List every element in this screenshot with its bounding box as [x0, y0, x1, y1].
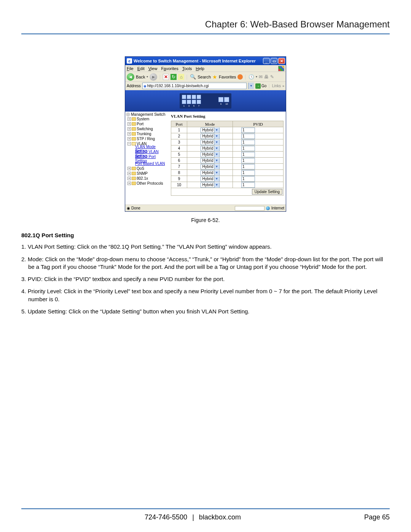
- menu-view[interactable]: View: [148, 66, 158, 71]
- back-button[interactable]: ◄: [127, 73, 134, 81]
- chapter-rule: [21, 34, 390, 34]
- pvid-input[interactable]: 1: [241, 182, 255, 188]
- windows-flag-icon: [278, 66, 284, 71]
- menubar: File Edit View Favorites Tools Help: [125, 65, 286, 72]
- table-row: 3Hybrid▼1: [171, 139, 284, 145]
- statusbar: ◉ Done Internet: [125, 204, 286, 211]
- links-label[interactable]: Links: [272, 84, 281, 88]
- mode-dropdown[interactable]: Hybrid▼: [201, 164, 220, 169]
- address-dropdown-icon[interactable]: ▼: [248, 83, 254, 89]
- menu-edit[interactable]: Edit: [137, 66, 145, 71]
- menu-help[interactable]: Help: [196, 66, 204, 71]
- back-label[interactable]: Back: [136, 75, 145, 79]
- plus-icon[interactable]: +: [127, 177, 131, 180]
- plus-icon[interactable]: +: [127, 182, 131, 185]
- maximize-button[interactable]: ▭: [271, 58, 277, 64]
- tree-link-port-based-vlan[interactable]: Port Based VLAN: [126, 161, 167, 166]
- pvid-input[interactable]: 1: [241, 176, 255, 182]
- tree-item-802-1x[interactable]: +802.1x: [126, 176, 167, 181]
- forward-button[interactable]: ►: [150, 73, 157, 81]
- pvid-input[interactable]: 1: [241, 170, 255, 176]
- cell-port: 6: [171, 158, 187, 164]
- pvid-input[interactable]: 1: [241, 164, 255, 169]
- table-row: 2Hybrid▼1: [171, 133, 284, 139]
- chevron-down-icon: ▼: [214, 158, 219, 163]
- print-icon[interactable]: 🖶: [264, 74, 269, 80]
- home-button[interactable]: ⌂: [178, 74, 184, 80]
- section-heading: 802.1Q Port Setting: [21, 232, 390, 239]
- mode-dropdown[interactable]: Hybrid▼: [201, 158, 220, 163]
- mode-dropdown[interactable]: Hybrid▼: [201, 146, 220, 151]
- plus-icon[interactable]: +: [127, 117, 131, 121]
- cell-mode: Hybrid▼: [187, 133, 233, 139]
- cell-pvid: 1: [233, 127, 283, 133]
- doc-body: 802.1Q Port Setting 1. VLAN Port Setting…: [21, 232, 390, 315]
- cell-port: 7: [171, 164, 187, 170]
- tree-item-snmp[interactable]: +SNMP: [126, 171, 167, 176]
- footer-phone: 724-746-5500: [145, 513, 187, 521]
- tree-item-trunking[interactable]: +Trunking: [126, 131, 167, 136]
- cell-port: 9: [171, 176, 187, 182]
- pvid-input[interactable]: 1: [241, 134, 255, 139]
- refresh-button[interactable]: ↻: [170, 74, 177, 80]
- plus-icon[interactable]: +: [127, 167, 131, 170]
- done-icon: ◉: [127, 206, 130, 210]
- cell-mode: Hybrid▼: [187, 182, 233, 188]
- tree-item-switching[interactable]: +Switching: [126, 126, 167, 131]
- mode-dropdown[interactable]: Hybrid▼: [201, 182, 220, 188]
- step-3: 3. PVID: Click in the “PVID” textbox and…: [21, 275, 390, 283]
- links-chevron-icon[interactable]: »: [282, 84, 284, 88]
- zone-label: Internet: [271, 206, 284, 210]
- table-row: 7Hybrid▼1: [171, 164, 284, 170]
- tree-link-802-1q-port-setting[interactable]: 802.1Q Port Setting: [126, 156, 167, 161]
- favorites-icon[interactable]: ★: [212, 74, 217, 80]
- address-input[interactable]: ◉ http://192.168.1.10/cgi-bin/switch.cgi: [142, 83, 247, 89]
- media-icon[interactable]: [237, 74, 243, 80]
- update-setting-button[interactable]: Update Setting: [252, 189, 282, 195]
- cell-port: 4: [171, 145, 187, 152]
- mode-dropdown[interactable]: Hybrid▼: [201, 170, 220, 176]
- minimize-button[interactable]: _: [263, 58, 270, 64]
- pvid-input[interactable]: 1: [241, 128, 255, 133]
- search-label[interactable]: Search: [198, 75, 211, 79]
- tree-item-port[interactable]: +Port: [126, 121, 167, 126]
- address-url: http://192.168.1.10/cgi-bin/switch.cgi: [147, 84, 209, 88]
- menu-favorites[interactable]: Favorites: [161, 66, 178, 71]
- pvid-input[interactable]: 1: [241, 146, 255, 151]
- search-icon[interactable]: 🔍: [190, 74, 196, 80]
- favorites-label[interactable]: Favorites: [219, 75, 236, 79]
- mode-dropdown[interactable]: Hybrid▼: [201, 176, 220, 182]
- plus-icon[interactable]: +: [127, 122, 131, 126]
- pvid-input[interactable]: 1: [241, 158, 255, 163]
- go-button[interactable]: → Go: [255, 83, 266, 89]
- figure-caption: Figure 6-52.: [21, 217, 390, 223]
- minus-icon[interactable]: −: [127, 142, 131, 145]
- close-button[interactable]: ✕: [278, 58, 285, 64]
- stop-button[interactable]: ✕: [163, 74, 169, 80]
- plus-icon[interactable]: +: [127, 132, 131, 136]
- table-row: 1Hybrid▼1: [171, 127, 284, 133]
- chevron-down-icon: ▼: [214, 164, 219, 169]
- plus-icon[interactable]: +: [127, 172, 131, 175]
- chevron-down-icon: ▼: [214, 182, 219, 188]
- cell-pvid: 1: [233, 158, 283, 164]
- mode-dropdown[interactable]: Hybrid▼: [201, 134, 220, 139]
- tree-item-qos[interactable]: +QoS: [126, 166, 167, 171]
- tree-item-system[interactable]: +System: [126, 117, 167, 121]
- menu-tools[interactable]: Tools: [182, 66, 192, 71]
- mail-icon[interactable]: ✉: [259, 74, 263, 80]
- pvid-input[interactable]: 1: [241, 152, 255, 157]
- mode-dropdown[interactable]: Hybrid▼: [201, 152, 220, 157]
- tree-root[interactable]: Management Switch: [126, 112, 167, 117]
- plus-icon[interactable]: +: [127, 137, 131, 141]
- menu-file[interactable]: File: [127, 66, 134, 71]
- pvid-input[interactable]: 1: [241, 140, 255, 145]
- history-icon[interactable]: 🕓: [249, 74, 254, 80]
- mode-dropdown[interactable]: Hybrid▼: [201, 140, 220, 145]
- mode-dropdown[interactable]: Hybrid▼: [201, 128, 220, 133]
- plus-icon[interactable]: +: [127, 127, 131, 131]
- cell-mode: Hybrid▼: [187, 176, 233, 182]
- tree-item-other-protocols[interactable]: +Other Protocols: [126, 181, 167, 186]
- tree-item-stp-ring[interactable]: +STP / Ring: [126, 136, 167, 141]
- edit-icon[interactable]: ✎: [270, 74, 274, 80]
